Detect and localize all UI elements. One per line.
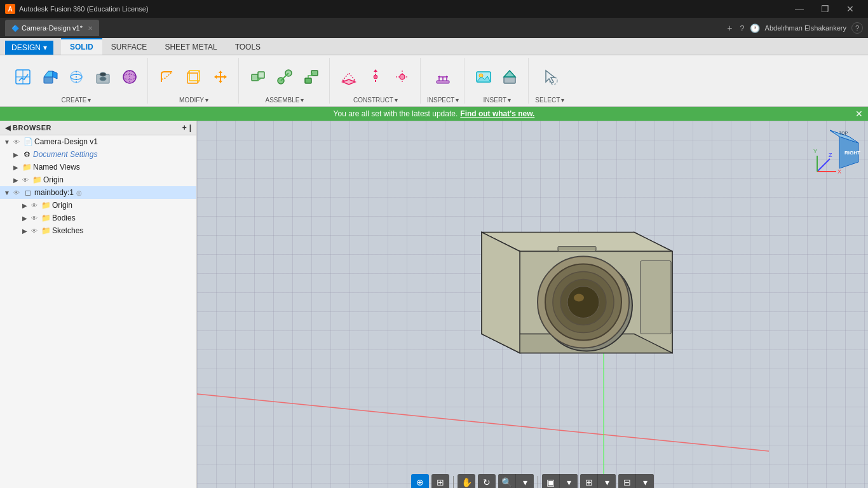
tree-label-origin: Origin <box>43 175 64 184</box>
tree-expand-doc[interactable]: ▶ <box>11 150 20 159</box>
group-construct-label: CONSTRUCT ▾ <box>353 97 398 104</box>
tree-item-doc-settings[interactable]: ▶ ⚙ Document Settings <box>0 148 196 161</box>
svg-marker-48 <box>504 71 515 77</box>
tree-expand-named-views[interactable]: ▶ <box>11 163 20 172</box>
modify-fillet-btn[interactable] <box>154 65 180 88</box>
design-button[interactable]: DESIGN ▾ <box>5 41 53 55</box>
layout-button[interactable]: ⊟ <box>618 474 636 488</box>
group-insert: INSERT ▾ <box>466 58 529 104</box>
tree-eye-mb-bodies[interactable]: 👁 <box>30 214 39 222</box>
browser-add-icon[interactable]: + <box>182 123 187 132</box>
tree-item-mb-sketches[interactable]: ▶ 👁 📁 Sketches <box>0 224 196 237</box>
user-help-icon[interactable]: ? <box>851 22 863 34</box>
svg-rect-3 <box>44 77 53 83</box>
construct-axis-btn[interactable] <box>363 65 388 88</box>
tree-expand-mb-sketches[interactable]: ▶ <box>20 226 29 235</box>
main-area: ◀ BROWSER + | ▼ 👁 📄 Camera-Design v1 ▶ ⚙… <box>0 121 868 488</box>
create-sketch-btn[interactable] <box>10 65 36 88</box>
tree-eye-mb-origin[interactable]: 👁 <box>30 201 39 210</box>
insert-decal-btn[interactable] <box>498 65 523 88</box>
tree-eye-root[interactable]: 👁 <box>12 137 21 146</box>
create-extrude-btn[interactable] <box>37 65 62 88</box>
inspect-measure-btn[interactable] <box>430 65 456 88</box>
assemble-new-btn[interactable] <box>245 65 271 88</box>
group-select-label: SELECT ▾ <box>535 97 564 104</box>
tab-tools[interactable]: TOOLS <box>226 38 269 55</box>
notification-link[interactable]: Find out what's new. <box>460 109 534 118</box>
tree-label-mb-origin: Origin <box>52 201 72 210</box>
display-mode-button[interactable]: ▣ <box>542 474 560 488</box>
group-construct: CONSTRUCT ▾ <box>331 58 421 104</box>
svg-marker-42 <box>438 76 440 78</box>
tree-expand-mb-bodies[interactable]: ▶ <box>20 214 29 222</box>
tab-actions: + ? 🕐 Abdelrhman Elshakankery ? <box>724 22 863 34</box>
tree-icon-origin: 📁 <box>32 175 42 185</box>
create-hole-btn[interactable] <box>90 65 116 88</box>
view-cube[interactable]: X Y Z RIGHT TOP <box>811 127 862 178</box>
svg-marker-32 <box>374 69 377 72</box>
active-tab[interactable]: 🔷 Camera-Design v1* ✕ <box>5 20 99 36</box>
restore-button[interactable]: ❐ <box>812 0 837 18</box>
assemble-move-btn[interactable] <box>299 65 324 88</box>
tab-close-icon[interactable]: ✕ <box>88 25 93 32</box>
close-button[interactable]: ✕ <box>837 0 863 18</box>
grid-button[interactable]: ⊞ <box>580 474 598 488</box>
browser-pin-icon[interactable]: | <box>189 123 191 132</box>
tree-expand-mb-origin[interactable]: ▶ <box>20 201 29 210</box>
tree-item-mb-bodies[interactable]: ▶ 👁 📁 Bodies <box>0 212 196 224</box>
browser-collapse-icon[interactable]: ◀ <box>5 124 10 132</box>
zoom-button[interactable]: 🔍 <box>498 474 516 488</box>
cursor-tool-button[interactable]: ⊕ <box>411 474 429 488</box>
tree-item-named-views[interactable]: ▶ 📁 Named Views <box>0 161 196 173</box>
group-create-label: CREATE ▾ <box>62 97 92 104</box>
layout-dropdown-button[interactable]: ▾ <box>636 474 654 488</box>
tree-expand-root[interactable]: ▼ <box>3 137 11 146</box>
display-mode-group: ▣ ▾ <box>542 474 578 488</box>
notification-message: You are all set with the latest update. <box>334 109 458 118</box>
svg-marker-43 <box>446 76 448 78</box>
create-sphere-btn[interactable] <box>117 65 142 88</box>
tree-label-named-views: Named Views <box>33 163 80 172</box>
select-btn[interactable] <box>537 65 562 88</box>
help-icon[interactable]: ? <box>740 24 744 33</box>
tab-sheet-metal[interactable]: SHEET METAL <box>156 38 226 55</box>
new-tab-button[interactable]: + <box>724 22 735 34</box>
tree-expand-origin[interactable]: ▶ <box>11 175 20 184</box>
minimize-button[interactable]: — <box>787 0 812 18</box>
tree-item-mainbody[interactable]: ▼ 👁 ◻ mainbody:1 ◎ <box>0 186 196 199</box>
clock-icon[interactable]: 🕐 <box>750 24 760 33</box>
tree-icon-doc: ⚙ <box>22 149 32 159</box>
toolbar-separator-1 <box>453 476 454 488</box>
tree-label-mb-bodies: Bodies <box>52 214 76 222</box>
tree-eye-mainbody[interactable]: 👁 <box>12 188 21 197</box>
pan-tool-button[interactable]: ✋ <box>458 474 475 488</box>
svg-marker-57 <box>482 233 520 353</box>
capture-image-button[interactable]: ⊞ <box>431 474 449 488</box>
assemble-joint-btn[interactable] <box>272 65 297 88</box>
tree-item-mb-origin[interactable]: ▶ 👁 📁 Origin <box>0 199 196 212</box>
tree-expand-mainbody[interactable]: ▼ <box>3 188 11 197</box>
modify-move-btn[interactable] <box>208 65 233 88</box>
tab-solid[interactable]: SOLID <box>61 38 102 55</box>
svg-rect-47 <box>504 77 515 83</box>
tab-surface[interactable]: SURFACE <box>102 38 156 55</box>
orbit-tool-button[interactable]: ↻ <box>478 474 496 488</box>
tab-bar: 🔷 Camera-Design v1* ✕ + ? 🕐 Abdelrhman E… <box>0 18 868 38</box>
notification-close[interactable]: ✕ <box>855 109 863 119</box>
svg-point-11 <box>100 77 106 81</box>
modify-shell-btn[interactable] <box>181 65 207 88</box>
display-dropdown-button[interactable]: ▾ <box>560 474 578 488</box>
app-title: Autodesk Fusion 360 (Education License) <box>19 5 149 13</box>
construct-point-btn[interactable] <box>390 65 415 88</box>
tree-eye-origin[interactable]: 👁 <box>21 175 30 184</box>
tree-eye-mb-sketches[interactable]: 👁 <box>30 226 39 235</box>
create-revolve-btn[interactable] <box>64 65 89 88</box>
grid-dropdown-button[interactable]: ▾ <box>598 474 616 488</box>
tree-icon-root: 📄 <box>23 137 33 147</box>
tree-item-origin[interactable]: ▶ 👁 📁 Origin <box>0 173 196 186</box>
viewport[interactable]: X Y Z RIGHT TOP ⊕ ⊞ ✋ ↻ 🔍 ▾ <box>197 121 868 488</box>
tree-item-root[interactable]: ▼ 👁 📄 Camera-Design v1 <box>0 135 196 148</box>
zoom-dropdown-button[interactable]: ▾ <box>516 474 534 488</box>
construct-plane-btn[interactable] <box>336 65 362 88</box>
insert-image-btn[interactable] <box>471 65 496 88</box>
